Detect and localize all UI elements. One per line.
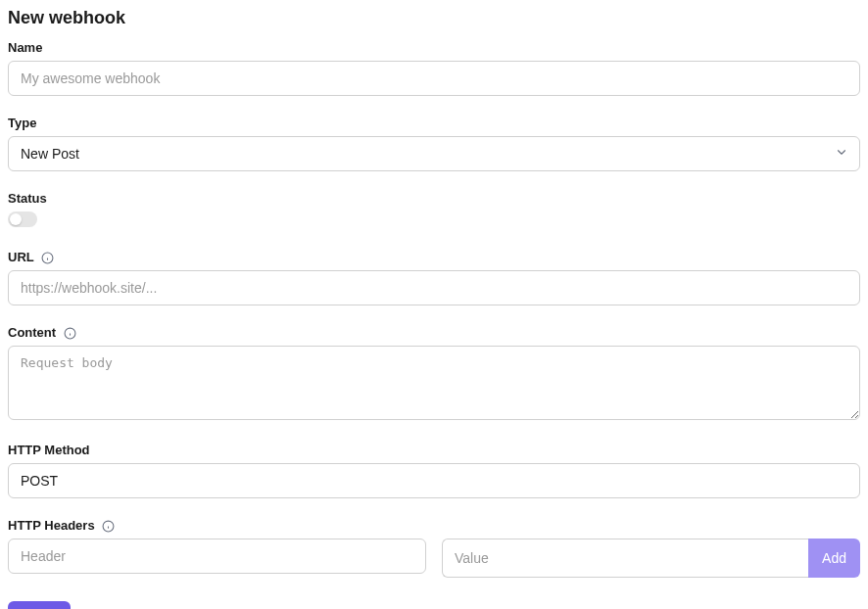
field-content: Content xyxy=(8,325,860,423)
http-headers-label-text: HTTP Headers xyxy=(8,518,95,533)
url-label: URL xyxy=(8,250,860,264)
name-input[interactable] xyxy=(8,61,860,96)
content-label: Content xyxy=(8,325,860,340)
field-type: Type New Post xyxy=(8,116,860,171)
url-label-text: URL xyxy=(8,250,33,264)
type-select[interactable]: New Post xyxy=(8,136,860,171)
field-url: URL xyxy=(8,250,860,305)
field-http-method: HTTP Method xyxy=(8,443,860,498)
page-title: New webhook xyxy=(8,8,860,28)
toggle-knob xyxy=(10,213,22,225)
http-method-input[interactable] xyxy=(8,463,860,498)
content-textarea[interactable] xyxy=(8,346,860,420)
field-name: Name xyxy=(8,40,860,96)
save-button[interactable]: Save xyxy=(8,601,71,609)
type-label: Type xyxy=(8,116,860,130)
info-icon[interactable] xyxy=(102,520,115,533)
header-name-input[interactable] xyxy=(8,539,426,574)
http-headers-label: HTTP Headers xyxy=(8,518,860,533)
cancel-button[interactable]: Cancel xyxy=(86,601,137,609)
content-label-text: Content xyxy=(8,325,56,340)
info-icon[interactable] xyxy=(41,252,54,264)
form-actions: Save Cancel xyxy=(8,601,860,609)
header-value-input[interactable] xyxy=(442,539,808,578)
add-header-button[interactable]: Add xyxy=(808,539,860,578)
info-icon[interactable] xyxy=(64,327,76,340)
status-toggle[interactable] xyxy=(8,211,37,227)
name-label: Name xyxy=(8,40,860,55)
field-http-headers: HTTP Headers Add xyxy=(8,518,860,578)
url-input[interactable] xyxy=(8,270,860,305)
field-status: Status xyxy=(8,191,860,230)
status-label: Status xyxy=(8,191,860,206)
http-method-label: HTTP Method xyxy=(8,443,860,457)
